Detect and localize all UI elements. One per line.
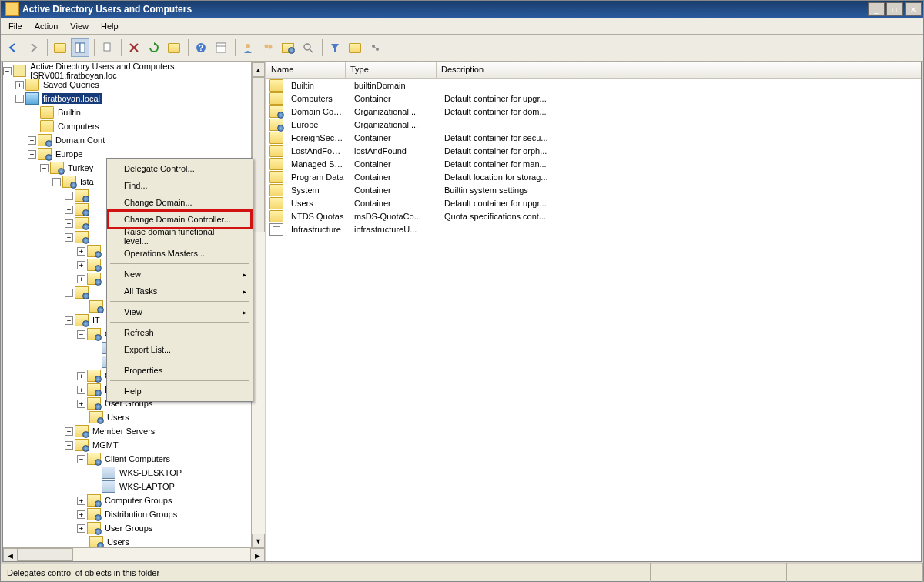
tree-expander[interactable]: − xyxy=(77,455,85,463)
list-row[interactable]: Program DataContainerDefault location fo… xyxy=(266,170,921,183)
tree-expander[interactable]: − xyxy=(28,150,36,159)
forward-button[interactable] xyxy=(24,38,42,57)
help-button[interactable]: ? xyxy=(192,38,210,57)
tree-expander[interactable]: + xyxy=(65,219,73,228)
tree-item[interactable]: WKS-LAPTOP xyxy=(3,480,265,493)
tree-expander[interactable]: + xyxy=(77,275,85,283)
tree-expander[interactable]: − xyxy=(52,178,61,186)
tree-item[interactable]: Builtin xyxy=(3,105,265,119)
maximize-button[interactable]: □ xyxy=(886,2,903,16)
list-row[interactable]: BuiltinbuiltinDomain xyxy=(266,79,921,92)
query-button[interactable] xyxy=(366,38,384,57)
menu-item[interactable]: Delegate Control... xyxy=(109,160,251,177)
tree-expander[interactable]: + xyxy=(77,372,85,380)
properties-button[interactable] xyxy=(212,38,230,57)
scroll-right-icon[interactable]: ▶ xyxy=(250,548,265,561)
up-button[interactable] xyxy=(51,38,69,57)
menu-item[interactable]: Operations Masters... xyxy=(109,245,251,262)
tree-item[interactable]: WKS-DESKTOP xyxy=(3,466,265,480)
menu-item[interactable]: View xyxy=(109,303,251,320)
user-create-button[interactable] xyxy=(239,38,257,57)
export-button[interactable] xyxy=(165,38,183,57)
menu-item[interactable]: Find... xyxy=(109,177,251,194)
tree-expander[interactable]: + xyxy=(77,386,85,394)
tree-expander[interactable]: − xyxy=(15,95,24,103)
tree-item[interactable]: Users xyxy=(3,410,265,424)
tree-expander[interactable]: − xyxy=(40,164,49,172)
tree-expander[interactable]: − xyxy=(65,316,73,325)
list-row[interactable]: InfrastructureinfrastructureU... xyxy=(266,222,921,236)
menu-item[interactable]: Change Domain Controller... xyxy=(109,211,251,228)
tree-item[interactable]: Computers xyxy=(3,119,265,133)
tree-expander[interactable]: + xyxy=(77,400,85,408)
tree-item[interactable]: +Member Servers xyxy=(3,424,265,438)
tree-expander[interactable]: + xyxy=(77,247,85,256)
menu-item[interactable]: Help xyxy=(109,383,251,400)
menu-file[interactable]: File xyxy=(2,20,28,32)
list-row[interactable]: ComputersContainerDefault container for … xyxy=(266,92,921,105)
tree-item[interactable]: Users xyxy=(3,535,265,547)
scroll-thumb[interactable] xyxy=(252,77,265,232)
menu-action[interactable]: Action xyxy=(28,20,65,32)
list-row[interactable]: UsersContainerDefault container for upgr… xyxy=(266,196,921,209)
refresh-button[interactable] xyxy=(145,38,163,57)
tree-item[interactable]: −Client Computers xyxy=(3,452,265,466)
ou-create-button[interactable] xyxy=(279,38,297,57)
column-header[interactable]: Description xyxy=(437,62,581,78)
tree-expander[interactable]: − xyxy=(65,233,73,242)
tree-item[interactable]: −firatboyan.local xyxy=(3,92,265,105)
tree-expander[interactable]: + xyxy=(77,524,85,533)
list-row[interactable]: SystemContainerBuiltin system settings xyxy=(266,183,921,196)
tree-expander[interactable]: − xyxy=(3,67,12,75)
tree-expander[interactable]: + xyxy=(28,136,36,145)
close-button[interactable]: ✕ xyxy=(905,2,922,16)
list-row[interactable]: NTDS QuotasmsDS-QuotaCo...Quota specific… xyxy=(266,209,921,222)
tree-expander[interactable]: + xyxy=(65,192,73,200)
tree-expander[interactable]: + xyxy=(65,206,73,214)
tree-expander[interactable]: − xyxy=(65,441,73,450)
menu-help[interactable]: Help xyxy=(95,20,125,32)
scroll-thumb[interactable] xyxy=(18,548,73,561)
menu-item[interactable]: Refresh xyxy=(109,324,251,341)
tree-expander[interactable]: + xyxy=(77,261,85,269)
add-criteria-button[interactable] xyxy=(346,38,364,57)
tree-expander[interactable]: + xyxy=(65,427,73,436)
minimize-button[interactable]: _ xyxy=(868,2,885,16)
filter-icon[interactable] xyxy=(326,38,344,57)
menu-item[interactable]: All Tasks xyxy=(109,283,251,299)
tree-item[interactable]: +Domain Cont xyxy=(3,133,265,147)
scroll-up-icon[interactable]: ▲ xyxy=(252,62,265,77)
tree-item[interactable]: −Active Directory Users and Computers [S… xyxy=(3,64,265,78)
tree-item[interactable]: +Distribution Groups xyxy=(3,507,265,521)
menu-item[interactable]: Change Domain... xyxy=(109,194,251,211)
menu-item[interactable]: New xyxy=(109,266,251,283)
list-body[interactable]: BuiltinbuiltinDomainComputersContainerDe… xyxy=(266,79,921,561)
list-row[interactable]: EuropeOrganizational ... xyxy=(266,118,921,131)
menu-item[interactable]: Raise domain functional level... xyxy=(109,228,251,245)
scroll-left-icon[interactable]: ◀ xyxy=(3,548,18,561)
tree-expander[interactable]: − xyxy=(77,330,85,339)
menu-view[interactable]: View xyxy=(64,20,95,32)
list-row[interactable]: LostAndFoundlostAndFoundDefault containe… xyxy=(266,144,921,157)
find-button[interactable] xyxy=(299,38,317,57)
column-header[interactable]: Type xyxy=(346,62,437,78)
tree-item[interactable]: +User Groups xyxy=(3,521,265,535)
group-create-button[interactable] xyxy=(259,38,277,57)
tree-item[interactable]: +Computer Groups xyxy=(3,493,265,507)
list-row[interactable]: ForeignSecur...ContainerDefault containe… xyxy=(266,131,921,144)
tree-hscrollbar[interactable]: ◀ ▶ xyxy=(3,547,265,561)
show-hide-tree-button[interactable] xyxy=(71,38,89,57)
cut-button[interactable] xyxy=(98,38,116,57)
list-row[interactable]: Domain Cont...Organizational ...Default … xyxy=(266,105,921,118)
back-button[interactable] xyxy=(4,38,22,57)
tree-expander[interactable]: + xyxy=(65,289,73,297)
tree-expander[interactable]: + xyxy=(15,81,24,89)
tree-expander[interactable]: + xyxy=(77,497,85,505)
scroll-down-icon[interactable]: ▼ xyxy=(252,534,265,548)
menu-item[interactable]: Properties xyxy=(109,362,251,379)
tree-expander[interactable]: + xyxy=(77,510,85,519)
delete-button[interactable] xyxy=(125,38,143,57)
menu-item[interactable]: Export List... xyxy=(109,341,251,358)
tree-item[interactable]: −MGMT xyxy=(3,438,265,452)
column-header[interactable]: Name xyxy=(266,62,346,78)
